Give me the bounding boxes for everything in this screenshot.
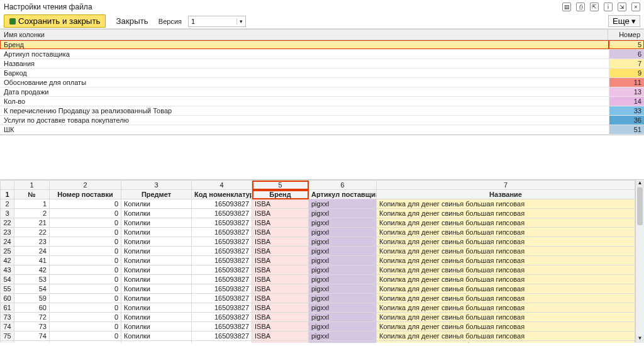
close-icon[interactable]: ×: [631, 3, 640, 11]
colmap-row[interactable]: Обоснование для оплаты11: [0, 78, 644, 87]
colmap-row-number: 5: [609, 40, 644, 49]
table-row[interactable]: 78770Копилки165093827ISBApigxxlКопилка д…: [1, 341, 635, 343]
grid-col-index[interactable]: 5: [252, 181, 309, 190]
grid-col-index[interactable]: 4: [192, 181, 252, 190]
colmap-row-number: 9: [609, 69, 644, 77]
vertical-scrollbar[interactable]: ▲ ▼: [635, 180, 644, 343]
rownum-cell: 22: [1, 218, 14, 228]
table-row[interactable]: 61600Копилки165093827ISBApigxxlКопилка д…: [1, 303, 635, 313]
colmap-row[interactable]: Кол-во14: [0, 97, 644, 106]
pin-icon[interactable]: ⇲: [618, 3, 626, 11]
close-button[interactable]: Закрыть: [112, 15, 152, 27]
colmap-row-label: Дата продажи: [0, 87, 609, 96]
gap-area: [0, 135, 644, 179]
cell-code: 165093827: [192, 322, 252, 332]
table-row[interactable]: 23220Копилки165093827ISBApigxxlКопилка д…: [1, 228, 635, 237]
cell-name: Копилка для денег свинья большая гипсова…: [377, 313, 635, 322]
grid-col-index[interactable]: 1: [14, 181, 50, 190]
grid-col-index[interactable]: 7: [377, 181, 635, 190]
table-row[interactable]: 320Копилки165093827ISBApigxxlКопилка для…: [1, 209, 635, 218]
cell-supplier: pigxxl: [309, 284, 377, 294]
cell-brand: ISBA: [252, 332, 309, 341]
cell-supplier: pigxxl: [309, 237, 377, 247]
colmap-row[interactable]: Услуги по доставке товара покупателю36: [0, 116, 644, 125]
colmap-row[interactable]: Баркод9: [0, 69, 644, 78]
calc-icon[interactable]: ▤: [562, 3, 571, 11]
table-row[interactable]: 43420Копилки165093827ISBApigxxlКопилка д…: [1, 265, 635, 275]
cell-name: Копилка для денег свинья большая гипсова…: [377, 284, 635, 294]
window-title: Настройки чтения файла: [4, 3, 92, 11]
cell-item: Копилки: [121, 256, 192, 265]
grid-column-header[interactable]: №: [14, 190, 50, 199]
grid-col-index[interactable]: 2: [50, 181, 121, 190]
export-icon[interactable]: ⇱: [590, 3, 599, 11]
more-button[interactable]: Еще ▾: [608, 15, 640, 27]
scroll-thumb[interactable]: [637, 187, 643, 225]
rownum-cell: 3: [1, 209, 14, 218]
grid-column-header[interactable]: Бренд: [252, 190, 309, 199]
cell-shipment: 0: [50, 275, 121, 284]
grid-column-header[interactable]: Предмет: [121, 190, 192, 199]
version-label: Версия: [158, 18, 182, 25]
rownum-cell: 42: [1, 256, 14, 265]
table-row[interactable]: 73720Копилки165093827ISBApigxxlКопилка д…: [1, 313, 635, 322]
save-and-close-button[interactable]: Сохранить и закрыть: [4, 14, 106, 28]
cell-supplier: pigxxl: [309, 209, 377, 218]
colmap-row-label: Услуги по доставке товара покупателю: [0, 116, 609, 125]
table-row[interactable]: 54530Копилки165093827ISBApigxxlКопилка д…: [1, 275, 635, 284]
data-grid: 1234567 1№Номер поставкиПредметКод номен…: [0, 179, 644, 343]
table-row[interactable]: 75740Копилки165093827ISBApigxxlКопилка д…: [1, 332, 635, 341]
grid-col-index[interactable]: 3: [121, 181, 192, 190]
cell-number: 24: [14, 247, 50, 256]
info-icon[interactable]: i: [604, 3, 613, 11]
table-row[interactable]: 24230Копилки165093827ISBApigxxlКопилка д…: [1, 237, 635, 247]
colmap-row-label: К перечислению Продавцу за реализованный…: [0, 106, 609, 115]
cell-code: 165093827: [192, 256, 252, 265]
colmap-row-label: Баркод: [0, 69, 609, 77]
cell-name: Копилка для денег свинья большая гипсова…: [377, 332, 635, 341]
grid-rownum-header: 1: [1, 190, 14, 199]
table-row[interactable]: 25240Копилки165093827ISBApigxxlКопилка д…: [1, 247, 635, 256]
table-row[interactable]: 55540Копилки165093827ISBApigxxlКопилка д…: [1, 284, 635, 294]
grid-column-header[interactable]: Номер поставки: [50, 190, 121, 199]
rownum-cell: 61: [1, 303, 14, 313]
version-field[interactable]: ▾: [188, 16, 246, 27]
cell-brand: ISBA: [252, 247, 309, 256]
colmap-row[interactable]: Бренд5: [0, 40, 644, 50]
colmap-row[interactable]: Дата продажи13: [0, 87, 644, 97]
cell-name: Копилка для денег свинья большая гипсова…: [377, 303, 635, 313]
titlebar: Настройки чтения файла ▤ ⎙ ⇱ i ⇲ ×: [0, 0, 644, 14]
grid-column-header[interactable]: Название: [377, 190, 635, 199]
grid-column-header[interactable]: Код номенклатуры: [192, 190, 252, 199]
cell-brand: ISBA: [252, 284, 309, 294]
rownum-cell: 25: [1, 247, 14, 256]
colmap-row[interactable]: Названия7: [0, 59, 644, 69]
table-row[interactable]: 74730Копилки165093827ISBApigxxlКопилка д…: [1, 322, 635, 332]
table-row[interactable]: 210Копилки165093827ISBApigxxlКопилка для…: [1, 199, 635, 209]
cell-supplier: pigxxl: [309, 313, 377, 322]
grid-column-header[interactable]: Артикул поставщика: [309, 190, 377, 199]
cell-code: 165093827: [192, 199, 252, 209]
scroll-up-icon[interactable]: ▲: [636, 180, 644, 187]
table-row[interactable]: 60590Копилки165093827ISBApigxxlКопилка д…: [1, 294, 635, 303]
cell-number: 42: [14, 265, 50, 275]
table-row[interactable]: 42410Копилки165093827ISBApigxxlКопилка д…: [1, 256, 635, 265]
scroll-down-icon[interactable]: ▼: [636, 335, 644, 343]
rownum-cell: 43: [1, 265, 14, 275]
colmap-row-label: Артикул поставщика: [0, 50, 609, 59]
colmap-row[interactable]: К перечислению Продавцу за реализованный…: [0, 106, 644, 116]
colmap-row-number: 51: [609, 125, 644, 134]
grid-col-index[interactable]: 6: [309, 181, 377, 190]
version-input[interactable]: [189, 16, 236, 26]
cell-code: 165093827: [192, 303, 252, 313]
table-row[interactable]: 22210Копилки165093827ISBApigxxlКопилка д…: [1, 218, 635, 228]
cell-shipment: 0: [50, 341, 121, 343]
print-icon[interactable]: ⎙: [576, 3, 585, 11]
colmap-row[interactable]: Артикул поставщика6: [0, 50, 644, 59]
column-mapping-header: Имя колонки Номер: [0, 29, 644, 40]
colmap-row[interactable]: ШК51: [0, 125, 644, 135]
cell-brand: ISBA: [252, 237, 309, 247]
grid-col-index[interactable]: [1, 181, 14, 190]
version-dropdown-icon[interactable]: ▾: [236, 18, 245, 25]
cell-item: Копилки: [121, 209, 192, 218]
